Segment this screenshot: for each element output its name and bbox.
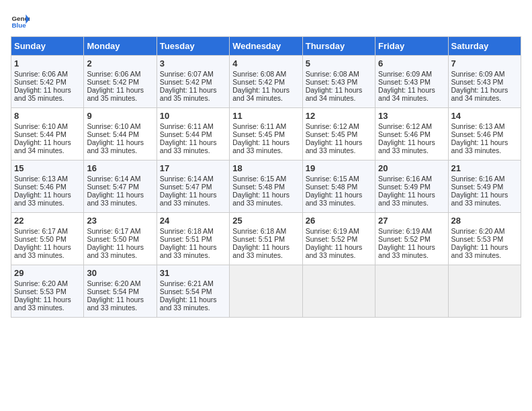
calendar-cell: 3 Sunrise: 6:07 AM Sunset: 5:42 PM Dayli… xyxy=(157,56,229,108)
daylight-label: Daylight: 11 hours and 33 minutes. xyxy=(232,243,290,259)
sunset-label: Sunset: 5:44 PM xyxy=(160,130,212,138)
calendar-cell xyxy=(230,265,302,318)
day-number: 22 xyxy=(14,216,81,226)
day-number: 27 xyxy=(378,216,445,226)
header-cell-wednesday: Wednesday xyxy=(230,37,302,56)
calendar-cell: 21 Sunrise: 6:16 AM Sunset: 5:49 PM Dayl… xyxy=(448,161,521,213)
sunset-label: Sunset: 5:50 PM xyxy=(87,235,139,243)
day-number: 16 xyxy=(87,163,153,173)
daylight-label: Daylight: 11 hours and 33 minutes. xyxy=(451,243,508,259)
day-number: 21 xyxy=(451,163,518,173)
sunrise-label: Sunrise: 6:12 AM xyxy=(378,122,432,130)
sunset-label: Sunset: 5:47 PM xyxy=(87,183,139,191)
sunrise-label: Sunrise: 6:06 AM xyxy=(14,70,68,78)
calendar-cell: 28 Sunrise: 6:20 AM Sunset: 5:53 PM Dayl… xyxy=(448,213,521,265)
daylight-label: Daylight: 11 hours and 34 minutes. xyxy=(378,86,435,102)
calendar-cell: 26 Sunrise: 6:19 AM Sunset: 5:52 PM Dayl… xyxy=(302,213,375,265)
day-number: 24 xyxy=(160,216,226,226)
calendar-cell: 31 Sunrise: 6:21 AM Sunset: 5:54 PM Dayl… xyxy=(157,265,229,318)
sunrise-label: Sunrise: 6:11 AM xyxy=(232,122,286,130)
day-number: 1 xyxy=(14,58,81,68)
sunrise-label: Sunrise: 6:14 AM xyxy=(87,175,140,183)
sunrise-label: Sunrise: 6:13 AM xyxy=(14,175,68,183)
day-number: 17 xyxy=(160,163,226,173)
calendar-cell: 2 Sunrise: 6:06 AM Sunset: 5:42 PM Dayli… xyxy=(84,56,157,108)
day-number: 9 xyxy=(87,111,153,121)
sunset-label: Sunset: 5:49 PM xyxy=(451,183,504,191)
page-header: General Blue xyxy=(11,11,521,30)
calendar-cell: 17 Sunrise: 6:14 AM Sunset: 5:47 PM Dayl… xyxy=(157,161,229,213)
daylight-label: Daylight: 11 hours and 33 minutes. xyxy=(160,295,217,312)
daylight-label: Daylight: 11 hours and 35 minutes. xyxy=(87,86,144,102)
day-number: 15 xyxy=(14,163,81,173)
daylight-label: Daylight: 11 hours and 33 minutes. xyxy=(87,295,144,312)
daylight-label: Daylight: 11 hours and 33 minutes. xyxy=(378,191,435,207)
calendar-cell: 8 Sunrise: 6:10 AM Sunset: 5:44 PM Dayli… xyxy=(11,108,84,161)
sunrise-label: Sunrise: 6:17 AM xyxy=(87,227,140,235)
calendar-cell: 22 Sunrise: 6:17 AM Sunset: 5:50 PM Dayl… xyxy=(11,213,84,265)
sunset-label: Sunset: 5:54 PM xyxy=(87,287,139,295)
daylight-label: Daylight: 11 hours and 33 minutes. xyxy=(306,138,363,154)
day-number: 7 xyxy=(451,58,518,68)
sunrise-label: Sunrise: 6:14 AM xyxy=(160,175,214,183)
daylight-label: Daylight: 11 hours and 33 minutes. xyxy=(87,138,144,154)
daylight-label: Daylight: 11 hours and 34 minutes. xyxy=(232,86,290,102)
calendar-body: 1 Sunrise: 6:06 AM Sunset: 5:42 PM Dayli… xyxy=(11,56,521,318)
sunset-label: Sunset: 5:45 PM xyxy=(232,130,285,138)
week-row-3: 15 Sunrise: 6:13 AM Sunset: 5:46 PM Dayl… xyxy=(11,161,521,213)
day-number: 28 xyxy=(451,216,518,226)
day-number: 5 xyxy=(306,58,372,68)
day-number: 26 xyxy=(306,216,372,226)
sunset-label: Sunset: 5:42 PM xyxy=(232,78,285,86)
day-number: 23 xyxy=(87,216,153,226)
day-number: 10 xyxy=(160,111,226,121)
sunrise-label: Sunrise: 6:19 AM xyxy=(378,227,432,235)
sunrise-label: Sunrise: 6:15 AM xyxy=(232,175,286,183)
sunset-label: Sunset: 5:42 PM xyxy=(160,78,212,86)
sunset-label: Sunset: 5:43 PM xyxy=(306,78,358,86)
sunrise-label: Sunrise: 6:13 AM xyxy=(451,122,505,130)
sunrise-label: Sunrise: 6:09 AM xyxy=(451,70,505,78)
calendar-cell: 7 Sunrise: 6:09 AM Sunset: 5:43 PM Dayli… xyxy=(448,56,521,108)
sunset-label: Sunset: 5:49 PM xyxy=(378,183,431,191)
daylight-label: Daylight: 11 hours and 33 minutes. xyxy=(160,191,217,207)
day-number: 31 xyxy=(160,268,226,278)
daylight-label: Daylight: 11 hours and 33 minutes. xyxy=(14,243,71,259)
logo: General Blue xyxy=(11,11,30,30)
daylight-label: Daylight: 11 hours and 33 minutes. xyxy=(14,295,71,312)
calendar-cell: 30 Sunrise: 6:20 AM Sunset: 5:54 PM Dayl… xyxy=(84,265,157,318)
sunset-label: Sunset: 5:51 PM xyxy=(160,235,212,243)
calendar-cell: 6 Sunrise: 6:09 AM Sunset: 5:43 PM Dayli… xyxy=(375,56,448,108)
calendar-cell: 19 Sunrise: 6:15 AM Sunset: 5:48 PM Dayl… xyxy=(302,161,375,213)
sunrise-label: Sunrise: 6:12 AM xyxy=(306,122,359,130)
daylight-label: Daylight: 11 hours and 34 minutes. xyxy=(14,138,71,154)
sunrise-label: Sunrise: 6:11 AM xyxy=(160,122,214,130)
sunset-label: Sunset: 5:53 PM xyxy=(451,235,504,243)
sunset-label: Sunset: 5:48 PM xyxy=(232,183,285,191)
week-row-1: 1 Sunrise: 6:06 AM Sunset: 5:42 PM Dayli… xyxy=(11,56,521,108)
day-number: 3 xyxy=(160,58,226,68)
sunset-label: Sunset: 5:52 PM xyxy=(306,235,358,243)
daylight-label: Daylight: 11 hours and 33 minutes. xyxy=(87,243,144,259)
day-number: 25 xyxy=(232,216,299,226)
sunset-label: Sunset: 5:42 PM xyxy=(87,78,139,86)
sunrise-label: Sunrise: 6:10 AM xyxy=(14,122,68,130)
sunrise-label: Sunrise: 6:07 AM xyxy=(160,70,214,78)
calendar-cell: 24 Sunrise: 6:18 AM Sunset: 5:51 PM Dayl… xyxy=(157,213,229,265)
sunrise-label: Sunrise: 6:16 AM xyxy=(378,175,432,183)
sunrise-label: Sunrise: 6:06 AM xyxy=(87,70,140,78)
daylight-label: Daylight: 11 hours and 33 minutes. xyxy=(87,191,144,207)
day-number: 14 xyxy=(451,111,518,121)
calendar-cell: 20 Sunrise: 6:16 AM Sunset: 5:49 PM Dayl… xyxy=(375,161,448,213)
calendar-cell: 14 Sunrise: 6:13 AM Sunset: 5:46 PM Dayl… xyxy=(448,108,521,161)
sunset-label: Sunset: 5:47 PM xyxy=(160,183,212,191)
daylight-label: Daylight: 11 hours and 33 minutes. xyxy=(378,138,435,154)
sunset-label: Sunset: 5:44 PM xyxy=(14,130,66,138)
calendar-cell: 18 Sunrise: 6:15 AM Sunset: 5:48 PM Dayl… xyxy=(230,161,302,213)
logo-icon: General Blue xyxy=(11,11,30,30)
calendar-cell: 13 Sunrise: 6:12 AM Sunset: 5:46 PM Dayl… xyxy=(375,108,448,161)
week-row-2: 8 Sunrise: 6:10 AM Sunset: 5:44 PM Dayli… xyxy=(11,108,521,161)
sunset-label: Sunset: 5:53 PM xyxy=(14,287,66,295)
calendar-cell: 16 Sunrise: 6:14 AM Sunset: 5:47 PM Dayl… xyxy=(84,161,157,213)
header-cell-sunday: Sunday xyxy=(11,37,84,56)
